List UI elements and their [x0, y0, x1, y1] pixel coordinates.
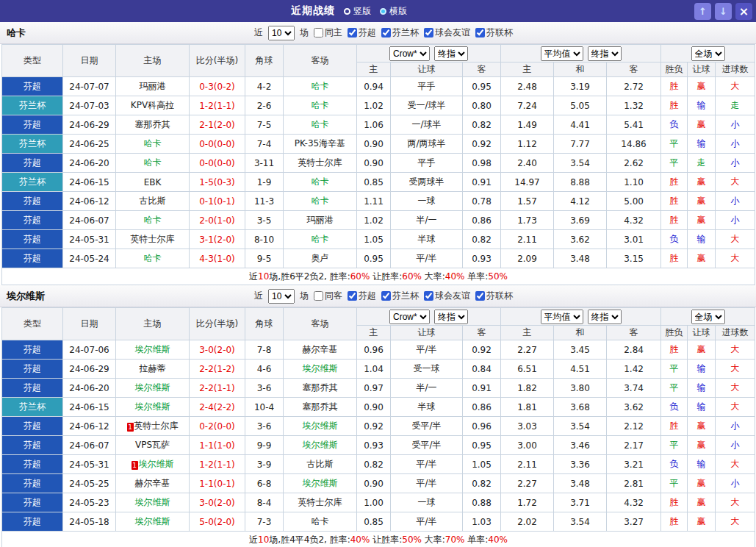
result-cell: 负	[661, 398, 688, 417]
result-cell: 胜	[661, 211, 688, 230]
sub-column-header: 让球	[688, 326, 716, 340]
bookmaker-select[interactable]: Crow*	[389, 46, 430, 61]
vertical-view-radio[interactable]: 竖版	[344, 5, 371, 18]
avg-odds-cell: 3.46	[554, 436, 607, 455]
column-header: 比分(半场)	[190, 45, 245, 77]
summary: 近10场,胜6平2负2, 胜率:60% 让胜率:60% 大率:40% 单率:50…	[2, 268, 755, 285]
league-filter[interactable]: 球会友谊	[424, 26, 470, 39]
result-cell: 赢	[688, 211, 716, 230]
table-body: 芬超24-07-07玛丽港0-3(0-2)4-2哈卡0.94平手0.952.48…	[2, 77, 755, 285]
league-filter[interactable]: 球会友谊	[424, 290, 470, 302]
avg-stage-select[interactable]: 终指	[588, 46, 622, 61]
league-checkbox[interactable]	[475, 291, 485, 301]
league-checkbox[interactable]	[424, 291, 433, 301]
same-venue-checkbox[interactable]	[314, 28, 323, 37]
league-filter[interactable]: 芬兰杯	[381, 290, 419, 302]
match-date: 24-05-18	[63, 512, 116, 532]
league-badge: 芬兰杯	[2, 96, 63, 115]
league-checkbox[interactable]	[381, 28, 391, 37]
sub-column-header: 让球	[391, 326, 463, 340]
match-count-select[interactable]: 10	[268, 26, 295, 40]
odds-group-header: 全场	[661, 308, 755, 326]
match-row: 芬超24-06-07哈卡2-0(1-0)3-5玛丽港1.02半/一0.861.7…	[2, 211, 755, 230]
league-checkbox[interactable]	[381, 291, 391, 301]
league-checkbox[interactable]	[348, 291, 357, 301]
odds-cell: 一/球半	[391, 115, 463, 135]
team-name: 哈卡	[7, 26, 26, 40]
scope-select[interactable]: 全场	[691, 310, 725, 324]
match-row: 芬超24-06-121英特士尔库0-2(0-0)3-6埃尔维斯0.92受平/半0…	[2, 417, 755, 436]
same-venue-filter[interactable]: 同主	[314, 26, 342, 39]
odds-stage-select[interactable]: 终指	[434, 46, 468, 61]
league-filter[interactable]: 芬兰杯	[381, 26, 419, 39]
sub-column-header: 客	[607, 62, 661, 77]
away-team-cell: 玛丽港	[284, 211, 357, 230]
team-section: 哈卡近10场同主芬超芬兰杯球会友谊芬联杯类型日期主场比分(半场)角球客场Crow…	[0, 22, 756, 285]
average-select[interactable]: 平均值	[541, 46, 583, 61]
result-cell: 赢	[688, 173, 716, 192]
avg-stage-select[interactable]: 终指	[588, 310, 622, 324]
result-cell: 输	[688, 360, 716, 379]
home-team-cell: 哈卡	[116, 154, 190, 173]
result-cell: 胜	[661, 249, 688, 268]
league-filter[interactable]: 芬联杯	[475, 290, 513, 302]
match-date: 24-05-23	[63, 493, 116, 512]
away-team-name: 哈卡	[312, 516, 329, 526]
league-filter[interactable]: 芬超	[348, 26, 376, 39]
home-team-cell: 埃尔维斯	[116, 493, 190, 512]
avg-odds-cell: 2.72	[607, 77, 661, 96]
column-header: 主场	[116, 45, 190, 77]
odds-cell: 0.85	[357, 512, 391, 532]
home-team-cell: 古比斯	[116, 192, 190, 211]
summary-segment: 单率:	[464, 535, 488, 545]
same-venue-filter[interactable]: 同客	[314, 290, 342, 302]
league-checkbox[interactable]	[475, 28, 485, 37]
radio-unselected-icon	[344, 8, 350, 15]
sub-column-header: 客	[463, 62, 501, 77]
league-filter[interactable]: 芬超	[348, 290, 376, 302]
same-venue-checkbox[interactable]	[314, 291, 323, 301]
away-team-name: 哈卡	[312, 196, 329, 206]
match-date: 24-06-12	[63, 417, 116, 436]
league-checkbox[interactable]	[424, 28, 433, 37]
avg-odds-cell: 3.36	[554, 455, 607, 474]
away-team-name: 古比斯	[307, 459, 334, 469]
titlebar-center: 近期战绩 竖版 横版	[4, 4, 694, 18]
corners: 3-6	[245, 417, 284, 436]
odds-stage-select[interactable]: 终指	[434, 310, 468, 324]
score: 1-1(0-1)	[190, 474, 245, 493]
avg-odds-cell: 4.51	[554, 360, 607, 379]
result-cell: 负	[661, 115, 688, 135]
scroll-down-button[interactable]: ↓	[715, 3, 732, 20]
match-row: 芬兰杯24-06-25哈卡0-0(0-0)7-4PK-35海辛基0.90两/两球…	[2, 135, 755, 154]
odds-cell: 0.82	[463, 115, 501, 135]
league-filter[interactable]: 芬联杯	[475, 26, 513, 39]
score: 3-1(2-0)	[190, 230, 245, 249]
corners: 10-4	[245, 398, 284, 417]
league-badge: 芬超	[2, 493, 63, 512]
home-team-cell: VPS瓦萨	[116, 436, 190, 455]
average-select[interactable]: 平均值	[541, 310, 583, 324]
home-team-cell: 赫尔辛基	[116, 474, 190, 493]
summary-segment: 大率:	[422, 535, 445, 545]
summary-segment: 近	[249, 535, 258, 545]
home-team-name: 埃尔维斯	[135, 497, 170, 507]
home-team-name: 埃尔维斯	[135, 344, 170, 354]
bookmaker-select[interactable]: Crow*	[389, 310, 430, 324]
scroll-up-button[interactable]: ↑	[694, 3, 711, 20]
radio-selected-icon	[380, 8, 386, 15]
away-team-name: PK-35海辛基	[295, 138, 345, 149]
match-count-select[interactable]: 10	[268, 289, 295, 304]
home-team-cell: 哈卡	[116, 249, 190, 268]
close-button[interactable]: ×	[735, 3, 752, 20]
avg-odds-cell: 3.69	[554, 211, 607, 230]
league-checkbox[interactable]	[348, 28, 357, 37]
avg-odds-cell: 14.86	[607, 135, 661, 154]
corners: 9-5	[245, 249, 284, 268]
result-cell: 输	[688, 379, 716, 398]
avg-odds-cell: 4.32	[607, 211, 661, 230]
scope-select[interactable]: 全场	[691, 46, 725, 61]
horizontal-view-radio[interactable]: 横版	[380, 5, 407, 18]
avg-odds-cell: 1.82	[501, 379, 554, 398]
avg-odds-cell: 2.09	[501, 249, 554, 268]
